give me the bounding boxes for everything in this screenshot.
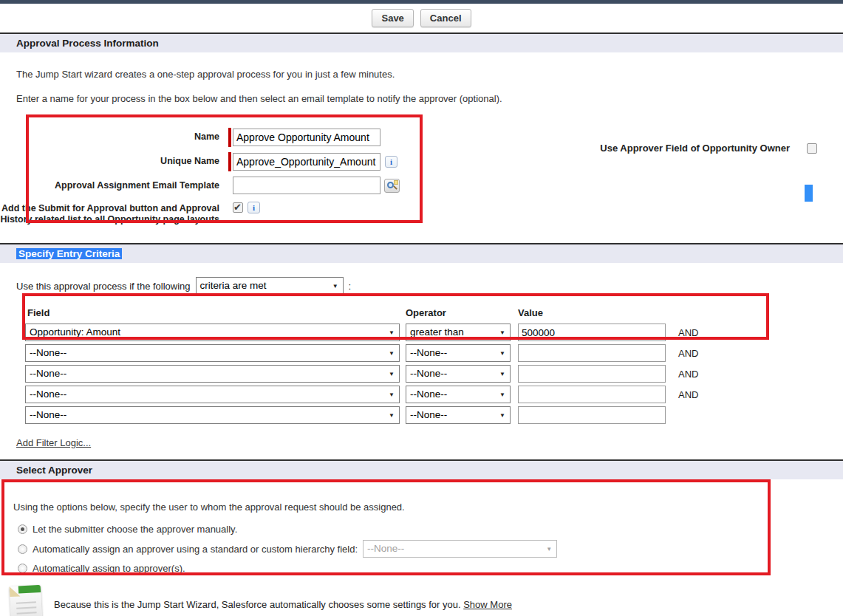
- section-header-select-approver: Select Approver: [0, 459, 843, 479]
- approver-option-hierarchy: Automatically assign an approver using a…: [13, 540, 843, 558]
- lookup-icon[interactable]: [384, 179, 400, 193]
- name-input[interactable]: [233, 129, 380, 146]
- section-header-approval-process-information: Approval Process Information: [0, 32, 843, 52]
- chevron-down-icon: ▼: [546, 546, 552, 552]
- and-label: AND: [678, 348, 698, 359]
- field-select-5[interactable]: --None--▼: [25, 406, 400, 424]
- radio-hierarchy[interactable]: [18, 544, 27, 554]
- save-button[interactable]: Save: [372, 9, 413, 27]
- value-input-4[interactable]: [518, 386, 666, 403]
- required-marker: [228, 152, 231, 171]
- chevron-down-icon: ▼: [389, 412, 395, 419]
- value-input-3[interactable]: [518, 365, 666, 383]
- radio-manual[interactable]: [18, 524, 27, 534]
- operator-select-5[interactable]: --None--▼: [406, 406, 511, 424]
- info-icon[interactable]: i: [385, 156, 397, 168]
- intro-text: The Jump Start wizard creates a one-step…: [0, 52, 843, 104]
- select-approver-block: Using the options below, specify the use…: [0, 479, 843, 574]
- field-select-1[interactable]: Opportunity: Amount▼: [25, 324, 400, 341]
- criteria-mode-select[interactable]: criteria are met ▼: [196, 277, 344, 295]
- criteria-row: Opportunity: Amount▼ greater than▼ AND: [25, 322, 843, 343]
- process-info-form: Name Unique Name i Approval Assignment E…: [0, 117, 843, 225]
- section-title: Approval Process Information: [16, 38, 159, 49]
- operator-select-4[interactable]: --None--▼: [406, 386, 511, 403]
- chevron-down-icon: ▼: [499, 391, 505, 398]
- use-approver-field-row: Use Approver Field of Opportunity Owner: [510, 143, 817, 154]
- operator-select-1[interactable]: greater than▼: [406, 324, 511, 341]
- criteria-table: Field Operator Value Opportunity: Amount…: [25, 307, 843, 425]
- field-column-header: Field: [25, 307, 406, 321]
- show-more-link[interactable]: Show More: [463, 599, 512, 610]
- jump-start-wizard-page: Save Cancel Approval Process Information…: [0, 0, 843, 616]
- radio-auto-label: Automatically assign to approver(s).: [33, 563, 185, 574]
- criteria-prefix: Use this approval process if the followi…: [16, 281, 191, 292]
- criteria-row: --None--▼ --None--▼: [25, 405, 843, 425]
- form-row-add-submit: Add the Submit for Approval button and A…: [0, 199, 843, 225]
- approver-option-auto: Automatically assign to approver(s).: [13, 563, 843, 574]
- add-submit-checkbox[interactable]: [233, 202, 243, 213]
- info-icon[interactable]: i: [248, 202, 260, 213]
- section-title-highlighted: Specify Entry Criteria: [16, 248, 122, 259]
- chevron-down-icon: ▼: [499, 412, 505, 419]
- unique-name-label: Unique Name: [0, 152, 219, 167]
- criteria-sentence: Use this approval process if the followi…: [16, 277, 843, 295]
- email-template-label: Approval Assignment Email Template: [0, 177, 219, 191]
- section-title: Select Approver: [16, 465, 92, 476]
- chevron-down-icon: ▼: [499, 329, 505, 336]
- notepad-icon: [10, 585, 43, 616]
- use-approver-field-checkbox[interactable]: [807, 143, 817, 154]
- and-label: AND: [678, 327, 698, 338]
- hierarchy-field-select[interactable]: --None-- ▼: [363, 540, 557, 558]
- chevron-down-icon: ▼: [389, 329, 395, 336]
- radio-hierarchy-label: Automatically assign an approver using a…: [33, 544, 358, 555]
- form-row-email-template: Approval Assignment Email Template: [0, 177, 843, 194]
- criteria-row: --None--▼ --None--▼ AND: [25, 363, 843, 384]
- approver-option-manual: Let the submitter choose the approver ma…: [13, 524, 843, 535]
- field-select-4[interactable]: --None--▼: [25, 386, 400, 403]
- selection-artifact: [805, 185, 813, 202]
- operator-select-3[interactable]: --None--▼: [406, 365, 511, 383]
- section-header-specify-entry-criteria: Specify Entry Criteria: [0, 243, 843, 263]
- required-marker: [228, 128, 231, 147]
- criteria-table-header: Field Operator Value: [25, 307, 843, 321]
- footer-note: Because this is the Jump Start Wizard, S…: [0, 586, 843, 616]
- add-submit-label: Add the Submit for Approval button and A…: [0, 199, 219, 225]
- field-select-2[interactable]: --None--▼: [25, 344, 400, 362]
- form-row-unique-name: Unique Name i: [0, 152, 843, 171]
- criteria-row: --None--▼ --None--▼ AND: [25, 343, 843, 363]
- criteria-suffix: :: [349, 281, 352, 292]
- value-input-5[interactable]: [518, 406, 666, 424]
- value-column-header: Value: [518, 307, 543, 321]
- cancel-button[interactable]: Cancel: [420, 9, 471, 27]
- chevron-down-icon: ▼: [389, 350, 395, 357]
- chevron-down-icon: ▼: [389, 391, 395, 398]
- intro-line-1: The Jump Start wizard creates a one-step…: [16, 69, 843, 80]
- value-input-2[interactable]: [518, 344, 666, 362]
- radio-auto[interactable]: [18, 564, 27, 573]
- add-filter-logic-link[interactable]: Add Filter Logic...: [16, 437, 91, 448]
- name-label: Name: [0, 128, 219, 143]
- field-select-3[interactable]: --None--▼: [25, 365, 400, 383]
- chevron-down-icon: ▼: [499, 371, 505, 377]
- chevron-down-icon: ▼: [389, 371, 395, 377]
- footer-note-text: Because this is the Jump Start Wizard, S…: [54, 599, 461, 610]
- chevron-down-icon: ▼: [332, 283, 338, 290]
- operator-select-2[interactable]: --None--▼: [406, 344, 511, 362]
- use-approver-field-label: Use Approver Field of Opportunity Owner: [600, 143, 790, 154]
- unique-name-input[interactable]: [233, 153, 380, 171]
- value-input-1[interactable]: [518, 324, 666, 341]
- email-template-input[interactable]: [233, 177, 380, 194]
- criteria-row: --None--▼ --None--▼ AND: [25, 384, 843, 405]
- approver-instruction: Using the options below, specify the use…: [13, 502, 843, 513]
- and-label: AND: [678, 389, 698, 400]
- toolbar: Save Cancel: [0, 4, 843, 32]
- radio-manual-label: Let the submitter choose the approver ma…: [33, 524, 237, 535]
- chevron-down-icon: ▼: [499, 350, 505, 357]
- and-label: AND: [678, 369, 698, 380]
- operator-column-header: Operator: [406, 307, 518, 321]
- intro-line-2: Enter a name for your process in the box…: [16, 93, 843, 104]
